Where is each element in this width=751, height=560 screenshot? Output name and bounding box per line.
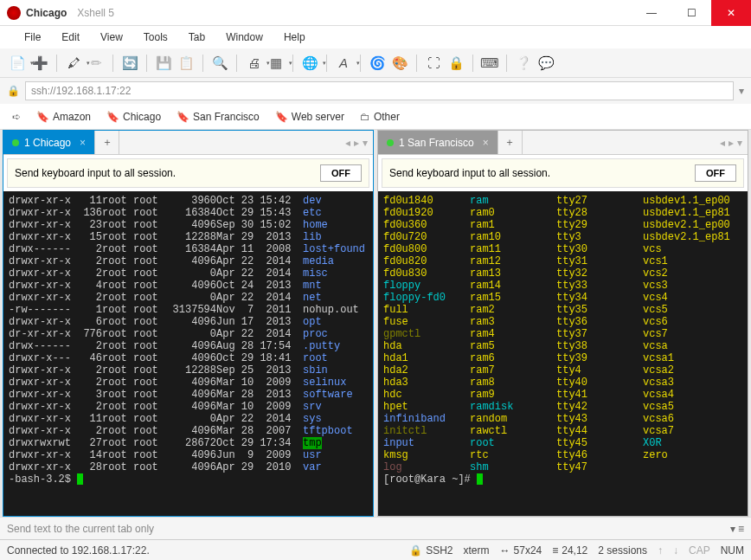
- terminal-san-francisco[interactable]: fd0u1840ramtty27usbdev1.1_ep00fd0u1920ra…: [378, 191, 748, 516]
- pane-san-francisco: 1 San Francisco × ＋ ◂ ▸ ▾ Send keyboard …: [377, 130, 748, 517]
- bookmark-web-server[interactable]: 🔖Web server: [270, 107, 350, 126]
- globe-button[interactable]: 🌐▾: [299, 53, 320, 74]
- menu-help[interactable]: Help: [275, 28, 314, 47]
- bookmark-san-francisco[interactable]: 🔖San Francisco: [171, 107, 265, 126]
- menu-file[interactable]: File: [16, 28, 49, 47]
- toolbar: 📄▾ ➕ 🖍▾ ✏ 🔄 💾 📋 🔍 🖨▾ ▦▾ 🌐▾ A▾ 🌀 🎨 ⛶ 🔒 ⌨ …: [0, 48, 751, 78]
- tipbar-left: Send keyboard input to all session. OFF: [7, 158, 369, 188]
- tab-nav: ◂ ▸ ▾: [720, 131, 748, 154]
- keyboard-button[interactable]: ⌨: [479, 53, 500, 74]
- font-button[interactable]: A▾: [333, 53, 354, 74]
- highlight-button[interactable]: 🖍▾: [63, 53, 84, 74]
- bookmark-arrow-button[interactable]: ➪: [7, 107, 26, 126]
- tip-text: Send keyboard input to all session.: [389, 167, 550, 179]
- address-dropdown-icon[interactable]: ▾: [739, 85, 744, 97]
- print-button[interactable]: 🖨▾: [243, 53, 264, 74]
- tab-next-icon[interactable]: ▸: [729, 137, 734, 149]
- tab-prev-icon[interactable]: ◂: [720, 137, 725, 149]
- layout-button[interactable]: ▦▾: [266, 53, 286, 74]
- tab-menu-icon[interactable]: ▾: [363, 137, 368, 149]
- pane-chicago: 1 Chicago × ＋ ◂ ▸ ▾ Send keyboard input …: [3, 130, 374, 517]
- search-button[interactable]: 🔍: [209, 53, 230, 74]
- menu-edit[interactable]: Edit: [53, 28, 88, 47]
- minimize-button[interactable]: —: [632, 0, 671, 26]
- addressbar: 🔒 ssh://192.168.1.17:22 ▾: [0, 78, 751, 104]
- tab-prev-icon[interactable]: ◂: [345, 137, 350, 149]
- status-proto: 🔒 SSH2: [409, 544, 453, 557]
- add-tab-button[interactable]: ＋: [498, 131, 523, 154]
- status-down-icon[interactable]: ↓: [673, 544, 678, 557]
- menu-tools[interactable]: Tools: [135, 28, 177, 47]
- tab-chicago[interactable]: 1 Chicago ×: [3, 131, 95, 154]
- lock-button[interactable]: 🔒: [446, 53, 466, 74]
- status-num: NUM: [721, 544, 744, 557]
- maximize-button[interactable]: ☐: [671, 0, 711, 26]
- status-pos: ≡ 24,12: [552, 544, 587, 557]
- bookmarkbar: ➪ 🔖Amazon 🔖Chicago 🔖San Francisco 🔖Web s…: [0, 104, 751, 130]
- address-input[interactable]: ssh://192.168.1.17:22: [25, 81, 734, 100]
- add-button[interactable]: ➕: [29, 53, 50, 74]
- refresh2-button[interactable]: 🌀: [367, 53, 388, 74]
- status-dot-icon: [387, 139, 394, 146]
- tab-next-icon[interactable]: ▸: [354, 137, 359, 149]
- command-bar[interactable]: Send text to the current tab only ▾ ≡: [0, 517, 751, 539]
- status-cap: CAP: [689, 544, 710, 557]
- tipbar-right: Send keyboard input to all session. OFF: [382, 158, 744, 188]
- bookmark-amazon[interactable]: 🔖Amazon: [31, 107, 96, 126]
- fullscreen-button[interactable]: ⛶: [423, 53, 444, 74]
- terminal-chicago[interactable]: drwxr-xr-x11 root root3960 Oct 23 15:42 …: [3, 191, 373, 516]
- refresh-button[interactable]: 🔄: [119, 53, 140, 74]
- help-button[interactable]: ❔: [513, 53, 534, 74]
- close-tab-icon[interactable]: ×: [483, 137, 489, 149]
- panes: 1 Chicago × ＋ ◂ ▸ ▾ Send keyboard input …: [0, 130, 751, 517]
- status-connection: Connected to 192.168.1.17:22.: [7, 544, 150, 557]
- status-termtype: xterm: [464, 544, 490, 557]
- tab-menu-icon[interactable]: ▾: [737, 137, 742, 149]
- menubar: File Edit View Tools Tab Window Help: [0, 26, 751, 48]
- command-dropdown-icon[interactable]: ▾ ≡: [730, 523, 744, 535]
- status-sessions: 2 sessions: [598, 544, 647, 557]
- status-size: ↔ 57x24: [500, 544, 542, 557]
- app-name: Xshell 5: [77, 7, 114, 19]
- titlebar: Chicago Xshell 5 — ☐ ✕: [0, 0, 751, 26]
- window-title: Chicago: [26, 7, 67, 19]
- tab-label: 1 Chicago: [24, 137, 71, 149]
- new-session-button[interactable]: 📄▾: [7, 53, 28, 74]
- bookmark-chicago[interactable]: 🔖Chicago: [101, 107, 166, 126]
- menu-tab[interactable]: Tab: [180, 28, 214, 47]
- palette-button[interactable]: 🎨: [389, 53, 410, 74]
- command-placeholder: Send text to the current tab only: [7, 523, 154, 535]
- tip-text: Send keyboard input to all session.: [15, 167, 176, 179]
- tab-nav: ◂ ▸ ▾: [345, 131, 373, 154]
- tab-san-francisco[interactable]: 1 San Francisco ×: [378, 131, 498, 154]
- tabstrip-left: 1 Chicago × ＋ ◂ ▸ ▾: [3, 131, 373, 155]
- close-tab-icon[interactable]: ×: [80, 137, 86, 149]
- status-dot-icon: [12, 139, 19, 146]
- tip-off-button[interactable]: OFF: [320, 164, 362, 182]
- lock-icon: 🔒: [7, 85, 20, 97]
- menu-view[interactable]: View: [92, 28, 132, 47]
- tabstrip-right: 1 San Francisco × ＋ ◂ ▸ ▾: [378, 131, 748, 155]
- statusbar: Connected to 192.168.1.17:22. 🔒 SSH2 xte…: [0, 539, 751, 560]
- menu-window[interactable]: Window: [217, 28, 272, 47]
- app-icon: [7, 6, 21, 20]
- add-tab-button[interactable]: ＋: [95, 131, 119, 154]
- chat-button[interactable]: 💬: [536, 53, 556, 74]
- tip-off-button[interactable]: OFF: [695, 164, 736, 182]
- close-button[interactable]: ✕: [711, 0, 751, 26]
- copy-button[interactable]: 📋: [176, 53, 196, 74]
- save-button[interactable]: 💾: [153, 53, 174, 74]
- tab-label: 1 San Francisco: [399, 137, 474, 149]
- status-up-icon[interactable]: ↑: [658, 544, 663, 557]
- bookmark-other[interactable]: 🗀Other: [355, 107, 405, 126]
- erase-button[interactable]: ✏: [86, 53, 106, 74]
